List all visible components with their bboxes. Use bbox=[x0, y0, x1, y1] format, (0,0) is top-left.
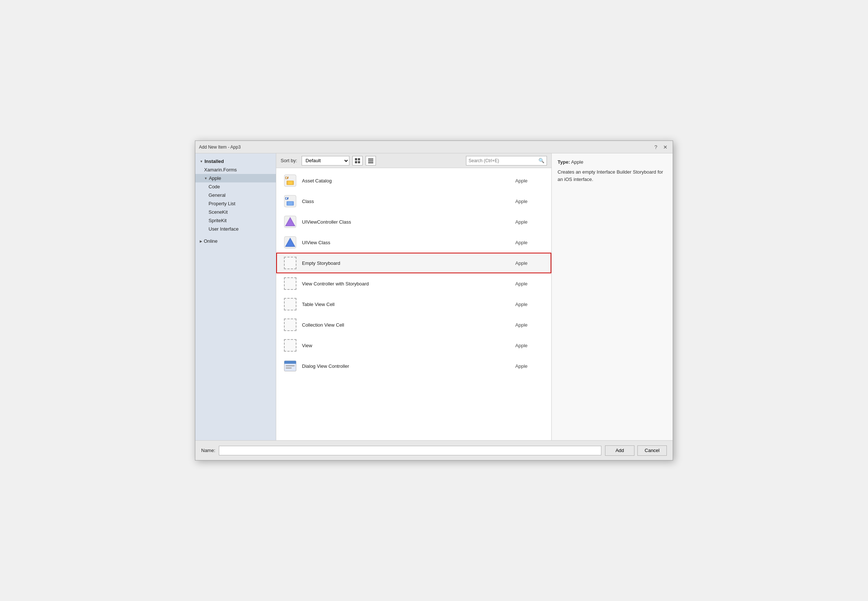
sidebar-item-property-list[interactable]: Property List bbox=[195, 199, 276, 208]
list-item[interactable]: Dialog View Controller Apple bbox=[276, 356, 551, 376]
asset-catalog-name: Asset Catalog bbox=[302, 178, 515, 183]
collection-view-cell-icon bbox=[283, 317, 297, 332]
add-button[interactable]: Add bbox=[605, 445, 635, 456]
collection-view-cell-name: Collection View Cell bbox=[302, 322, 515, 328]
search-input[interactable] bbox=[468, 158, 538, 163]
list-view-button[interactable] bbox=[366, 156, 376, 166]
asset-catalog-icon: C# bbox=[283, 173, 297, 188]
center-panel: Sort by: Default Name Category bbox=[276, 153, 551, 440]
svg-rect-5 bbox=[368, 160, 373, 162]
svg-text:C#: C# bbox=[285, 177, 289, 180]
uiview-name: UIView Class bbox=[302, 240, 515, 245]
svg-rect-25 bbox=[286, 368, 292, 369]
dialog-view-controller-icon bbox=[283, 358, 297, 373]
bottom-bar: Name: Add Cancel bbox=[195, 440, 673, 460]
uiviewcontroller-category: Apple bbox=[515, 219, 545, 225]
grid-view-button[interactable] bbox=[352, 156, 363, 166]
list-item[interactable]: UIViewController Class Apple bbox=[276, 212, 551, 232]
sidebar-item-spritekit[interactable]: SpriteKit bbox=[195, 216, 276, 225]
dialog-view-controller-name: Dialog View Controller bbox=[302, 363, 515, 369]
search-box: 🔍 bbox=[466, 156, 547, 166]
sidebar-item-general[interactable]: General bbox=[195, 191, 276, 199]
item-list: C# Asset Catalog Apple C# bbox=[276, 168, 551, 440]
dialog-view-controller-category: Apple bbox=[515, 363, 545, 369]
uiview-category: Apple bbox=[515, 240, 545, 245]
name-label: Name: bbox=[201, 448, 215, 453]
type-line: Type: Apple bbox=[558, 159, 667, 165]
list-item[interactable]: UIView Class Apple bbox=[276, 232, 551, 253]
view-category: Apple bbox=[515, 343, 545, 348]
help-button[interactable]: ? bbox=[653, 144, 659, 150]
sidebar-item-scenekit[interactable]: SceneKit bbox=[195, 208, 276, 216]
svg-rect-0 bbox=[355, 158, 357, 160]
bottom-buttons: Add Cancel bbox=[605, 445, 667, 456]
dashed-icon bbox=[284, 257, 296, 269]
title-bar: Add New Item - App3 ? ✕ bbox=[195, 141, 673, 153]
view-controller-storyboard-category: Apple bbox=[515, 281, 545, 287]
cancel-button[interactable]: Cancel bbox=[638, 445, 667, 456]
sidebar-item-user-interface[interactable]: User Interface bbox=[195, 225, 276, 233]
sidebar-item-online[interactable]: ▶ Online bbox=[195, 237, 276, 245]
sidebar-item-xamarin-forms[interactable]: Xamarin.Forms bbox=[195, 166, 276, 174]
svg-rect-2 bbox=[355, 161, 357, 163]
uiviewcontroller-icon bbox=[283, 214, 297, 229]
empty-storyboard-name: Empty Storyboard bbox=[302, 261, 515, 266]
list-item[interactable]: C# Class Apple bbox=[276, 191, 551, 212]
sidebar: ▼ Installed Xamarin.Forms ▼ Apple Code G… bbox=[195, 153, 276, 440]
svg-rect-3 bbox=[358, 161, 360, 163]
expand-icon: ▼ bbox=[200, 160, 203, 163]
view-name: View bbox=[302, 343, 515, 348]
list-item[interactable]: View Apple bbox=[276, 335, 551, 356]
svg-rect-1 bbox=[358, 158, 360, 160]
list-item[interactable]: View Controller with Storyboard Apple bbox=[276, 273, 551, 294]
close-button[interactable]: ✕ bbox=[662, 144, 669, 150]
online-expand-icon: ▶ bbox=[200, 239, 202, 243]
right-panel: Type: Apple Creates an empty Interface B… bbox=[551, 153, 673, 440]
sidebar-item-code[interactable]: Code bbox=[195, 182, 276, 191]
class-icon: C# bbox=[283, 194, 297, 209]
dashed-icon bbox=[284, 339, 296, 352]
class-name: Class bbox=[302, 198, 515, 204]
add-new-item-dialog: Add New Item - App3 ? ✕ ▼ Installed Xama… bbox=[195, 140, 673, 461]
svg-rect-6 bbox=[368, 162, 373, 163]
svg-rect-4 bbox=[368, 159, 373, 160]
apple-expand-icon: ▼ bbox=[204, 177, 207, 180]
svg-rect-14 bbox=[288, 202, 292, 205]
dashed-icon bbox=[284, 319, 296, 331]
collection-view-cell-category: Apple bbox=[515, 322, 545, 328]
view-controller-storyboard-name: View Controller with Storyboard bbox=[302, 281, 515, 287]
toolbar: Sort by: Default Name Category bbox=[276, 153, 551, 168]
empty-storyboard-category: Apple bbox=[515, 261, 545, 266]
svg-rect-24 bbox=[286, 365, 294, 366]
list-item-selected[interactable]: Empty Storyboard Apple bbox=[276, 253, 551, 273]
view-controller-storyboard-icon bbox=[283, 276, 297, 291]
table-view-cell-icon bbox=[283, 297, 297, 311]
dashed-icon bbox=[284, 298, 296, 310]
view-icon bbox=[283, 338, 297, 353]
sort-dropdown[interactable]: Default Name Category bbox=[302, 156, 349, 166]
list-item[interactable]: Collection View Cell Apple bbox=[276, 314, 551, 335]
class-category: Apple bbox=[515, 198, 545, 204]
svg-rect-23 bbox=[284, 362, 296, 364]
type-label: Type: bbox=[558, 159, 570, 165]
name-input[interactable] bbox=[219, 446, 601, 455]
table-view-cell-name: Table View Cell bbox=[302, 302, 515, 307]
empty-storyboard-icon bbox=[283, 256, 297, 270]
type-value: Apple bbox=[571, 159, 583, 165]
sidebar-item-apple[interactable]: ▼ Apple bbox=[195, 174, 276, 182]
search-icon-button[interactable]: 🔍 bbox=[538, 158, 545, 163]
description-text: Creates an empty Interface Builder Story… bbox=[558, 168, 667, 183]
dialog-title: Add New Item - App3 bbox=[199, 145, 241, 150]
list-item[interactable]: C# Asset Catalog Apple bbox=[276, 170, 551, 191]
main-content: ▼ Installed Xamarin.Forms ▼ Apple Code G… bbox=[195, 153, 673, 440]
asset-catalog-category: Apple bbox=[515, 178, 545, 183]
svg-rect-10 bbox=[288, 182, 292, 184]
sort-label: Sort by: bbox=[281, 158, 297, 163]
list-item[interactable]: Table View Cell Apple bbox=[276, 294, 551, 314]
dashed-icon bbox=[284, 277, 296, 290]
sidebar-item-installed[interactable]: ▼ Installed bbox=[195, 157, 276, 166]
svg-text:C#: C# bbox=[285, 197, 289, 200]
title-bar-controls: ? ✕ bbox=[653, 144, 669, 150]
uiviewcontroller-name: UIViewController Class bbox=[302, 219, 515, 225]
uiview-icon bbox=[283, 235, 297, 250]
